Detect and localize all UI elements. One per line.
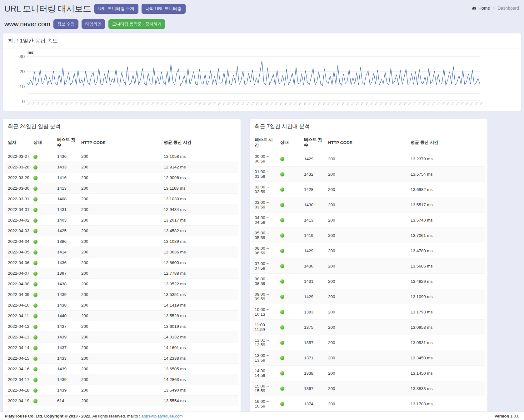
cell: 1431 (302, 274, 326, 289)
cell: 14.2338 ms (161, 353, 238, 364)
table-row: 2022-04-11144020013.5528 ms (5, 311, 238, 321)
x-tick-label: 09:00 (198, 104, 203, 108)
x-tick-label: 13:15 (279, 104, 284, 108)
edit-info-button[interactable]: 정보 수정 (53, 19, 78, 29)
cell: 200 (79, 396, 161, 406)
x-tick-label: 12:00 (256, 104, 260, 108)
table-row: 08:00 ~ 08:59143120013.4829 ms (252, 274, 485, 289)
x-tick-label: 04:30 (113, 104, 117, 108)
cell: 1433 (55, 353, 79, 364)
cell: 12.9434 ms (161, 204, 238, 215)
cell: 2022-03-27 (5, 151, 31, 162)
cell: 13.2379 ms (408, 151, 485, 167)
stop-monitoring-button[interactable]: 모니터링 동작중 - 중지하기 (108, 19, 165, 29)
cell: 13.4829 ms (408, 274, 485, 289)
dashboard-gauge-icon (472, 6, 477, 10)
cell: 200 (79, 236, 161, 247)
x-tick-label: 07:15 (165, 104, 169, 108)
cell: 200 (79, 204, 161, 215)
x-tick-label: 03:30 (94, 104, 98, 108)
timeline-button[interactable]: 타임라인 (82, 19, 105, 29)
status-ok-dot (33, 367, 37, 371)
status-ok-dot (33, 229, 37, 233)
x-tick-label: 14:45 (308, 104, 312, 108)
status-ok-dot (33, 250, 37, 254)
table-row: 16:00 ~ 16:59137420013.1703 ms (252, 396, 485, 412)
x-tick-label: 16:30 (342, 104, 346, 108)
x-tick-label: 00:15 (32, 104, 36, 108)
x-tick-label: 23:00 (465, 104, 470, 108)
status-ok-dot (280, 371, 284, 375)
x-tick-label: 16:45 (346, 104, 351, 108)
table-row: 2022-03-28143320012.9142 ms (5, 162, 238, 172)
cell: 1413 (55, 183, 79, 194)
cell: 200 (326, 167, 408, 182)
cell: 13.1793 ms (408, 304, 485, 320)
status-ok-dot (280, 295, 284, 299)
status-cell (31, 247, 55, 258)
status-cell (31, 226, 55, 236)
status-ok-dot (280, 188, 284, 192)
status-ok-dot (280, 218, 284, 222)
cell: 200 (79, 162, 161, 172)
table-row: 2022-03-30141320013.1168 ms (5, 183, 238, 194)
cell: 13.1058 ms (161, 151, 238, 162)
cell: 200 (326, 320, 408, 335)
cell: 02:00 ~ 02:59 (252, 182, 278, 197)
cell: 14.1419 ms (161, 300, 238, 311)
x-tick-label: 05:15 (127, 104, 131, 108)
cell: 1408 (55, 194, 79, 204)
x-tick-label: 13:00 (275, 104, 279, 108)
table-row: 15:00 ~ 15:59136720013.3833 ms (252, 381, 485, 396)
my-monitoring-button[interactable]: 나의 URL 모니터링 (142, 4, 186, 14)
x-tick-label: 18:45 (384, 104, 389, 108)
column-header: 일자 (5, 134, 31, 151)
y-tick-label: 30 (6, 54, 25, 59)
cell: 1439 (55, 364, 79, 374)
status-ok-dot (33, 272, 37, 276)
cell: 1439 (55, 385, 79, 396)
status-ok-dot (33, 208, 37, 212)
daily-analysis-panel: 최근 24일간 일별 분석 일자상태테스트 횟수HTTP CODE평균 통신 시… (2, 119, 241, 420)
x-tick-label: 15:15 (317, 104, 322, 108)
breadcrumb: Home > Dashboard (472, 6, 519, 11)
x-tick-label: 20:00 (408, 104, 412, 108)
page-header: URL 모니터링 대시보드 URL 모니터링 소개 나의 URL 모니터링 Ho… (0, 0, 524, 14)
x-tick-label: 14:30 (303, 104, 308, 108)
cell: 13.1099 ms (408, 289, 485, 304)
table-row: 06:00 ~ 06:59142920013.4780 ms (252, 243, 485, 258)
x-tick-label: 02:30 (75, 104, 79, 108)
cell: 13.6019 ms (161, 321, 238, 332)
status-ok-dot (33, 303, 37, 308)
breadcrumb-home-link[interactable]: Home (472, 6, 490, 11)
cell: 1430 (302, 197, 326, 212)
cell: 2022-04-02 (5, 215, 31, 226)
table-row: 02:00 ~ 02:59142820013.6982 ms (252, 182, 485, 197)
status-cell (278, 151, 302, 167)
x-tick-label: 06:45 (156, 104, 160, 108)
x-tick-label: 17:15 (356, 104, 360, 108)
status-ok-dot (33, 335, 37, 339)
cell: 1437 (55, 342, 79, 353)
x-tick-label: 05:00 (122, 104, 127, 108)
monitored-url: www.naver.com (4, 20, 50, 28)
cell: 200 (79, 215, 161, 226)
cell: 05:00 ~ 05:59 (252, 228, 278, 243)
status-cell (278, 212, 302, 228)
cell: 16:00 ~ 16:59 (252, 396, 278, 412)
cell: 13.2017 ms (161, 215, 238, 226)
intro-monitoring-button[interactable]: URL 모니터링 소개 (94, 4, 138, 14)
response-speed-panel: 최근 1일간 응답 속도 ms 3020100 00:0000:1500:300… (2, 33, 522, 111)
x-tick-label: 11:00 (237, 104, 241, 108)
cell: 13.1030 ms (161, 194, 238, 204)
cell: 1429 (302, 243, 326, 258)
cell: 200 (79, 342, 161, 353)
x-tick-label: 16:15 (337, 104, 341, 108)
status-cell (278, 258, 302, 274)
cell: 2022-04-19 (5, 396, 31, 406)
status-cell (31, 151, 55, 162)
status-ok-dot (280, 279, 284, 283)
status-cell (31, 204, 55, 215)
x-tick-label: 20:15 (413, 104, 417, 108)
contact-email-link[interactable]: apps@platyhouse.com (141, 414, 182, 418)
